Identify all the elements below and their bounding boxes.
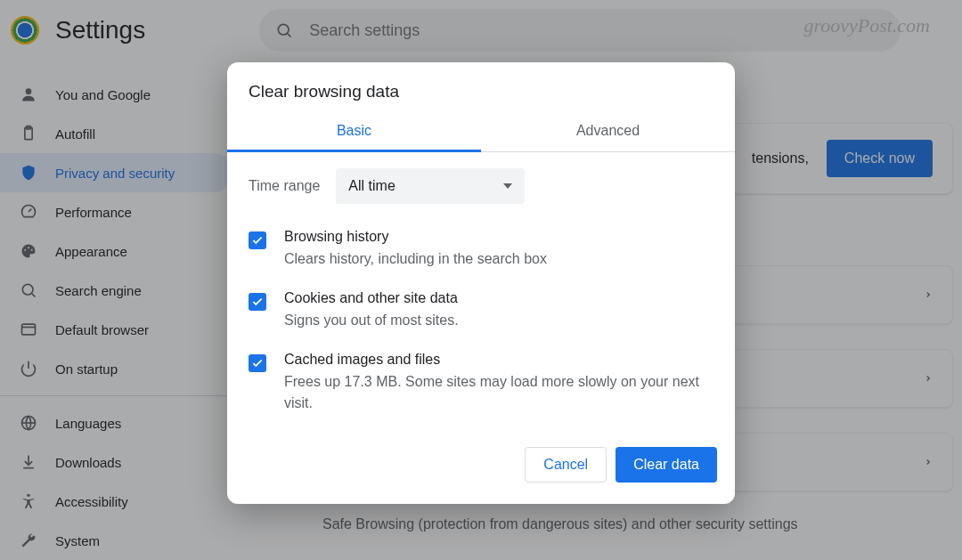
modal-scrim: Clear browsing data Basic Advanced Time … [0,0,962,560]
time-range-label: Time range [249,178,320,194]
option-title: Cookies and other site data [284,290,459,306]
checkbox[interactable] [249,293,266,311]
checkbox[interactable] [249,231,266,249]
checkbox[interactable] [249,354,266,372]
option-description: Signs you out of most sites. [284,310,459,330]
dialog-title: Clear browsing data [227,62,735,112]
cancel-button[interactable]: Cancel [525,447,607,483]
clear-option: Cached images and filesFrees up 17.3 MB.… [249,343,713,425]
option-description: Frees up 17.3 MB. Some sites may load mo… [284,371,703,412]
chevron-down-icon [503,183,512,189]
dialog-tabs: Basic Advanced [227,112,735,152]
time-range-value: All time [348,178,395,194]
clear-browsing-data-dialog: Clear browsing data Basic Advanced Time … [227,62,735,504]
clear-option: Browsing historyClears history, includin… [249,220,713,281]
time-range-select[interactable]: All time [336,168,525,204]
option-description: Clears history, including in the search … [284,248,547,269]
clear-data-button[interactable]: Clear data [616,447,717,483]
tab-basic[interactable]: Basic [227,112,481,151]
option-title: Browsing history [284,229,547,245]
tab-advanced[interactable]: Advanced [481,112,735,151]
clear-option: Cookies and other site dataSigns you out… [249,281,713,343]
option-title: Cached images and files [284,352,703,368]
